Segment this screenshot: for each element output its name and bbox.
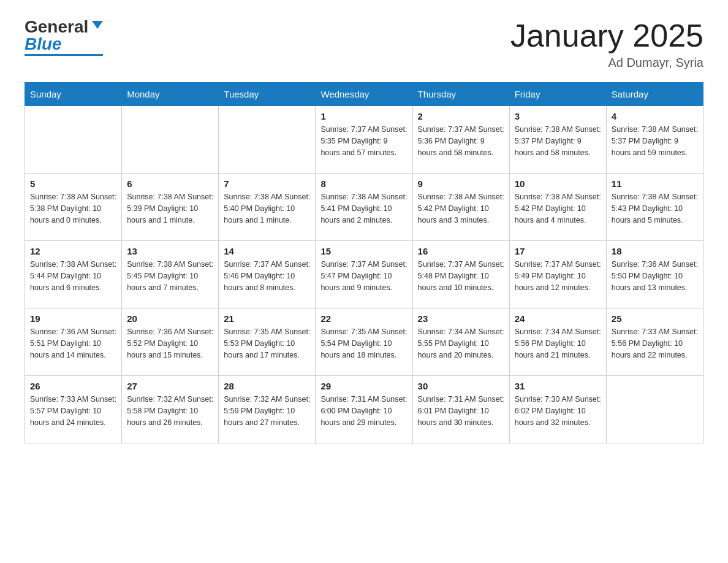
day-number: 28 bbox=[224, 381, 310, 391]
main-title: January 2025 bbox=[510, 18, 703, 53]
logo-triangle-icon bbox=[92, 21, 103, 29]
day-number: 9 bbox=[418, 178, 504, 189]
calendar-cell: 26Sunrise: 7:33 AM Sunset: 5:57 PM Dayli… bbox=[25, 376, 122, 443]
calendar-header-wednesday: Wednesday bbox=[316, 83, 412, 106]
day-info: Sunrise: 7:37 AM Sunset: 5:47 PM Dayligh… bbox=[320, 259, 407, 293]
calendar-header-saturday: Saturday bbox=[606, 83, 703, 106]
day-info: Sunrise: 7:36 AM Sunset: 5:52 PM Dayligh… bbox=[127, 326, 213, 361]
calendar-cell: 22Sunrise: 7:35 AM Sunset: 5:54 PM Dayli… bbox=[316, 308, 412, 376]
calendar-week-2: 5Sunrise: 7:38 AM Sunset: 5:38 PM Daylig… bbox=[25, 174, 703, 241]
calendar-cell bbox=[219, 106, 316, 174]
day-info: Sunrise: 7:32 AM Sunset: 5:59 PM Dayligh… bbox=[224, 394, 310, 428]
calendar-header-friday: Friday bbox=[509, 83, 606, 106]
day-number: 26 bbox=[30, 381, 116, 391]
day-number: 27 bbox=[127, 381, 213, 391]
day-number: 21 bbox=[224, 313, 310, 324]
calendar-week-5: 26Sunrise: 7:33 AM Sunset: 5:57 PM Dayli… bbox=[25, 376, 703, 443]
calendar-cell: 7Sunrise: 7:38 AM Sunset: 5:40 PM Daylig… bbox=[219, 174, 316, 241]
calendar-cell bbox=[122, 106, 219, 174]
day-number: 23 bbox=[418, 313, 504, 324]
calendar-cell: 25Sunrise: 7:33 AM Sunset: 5:56 PM Dayli… bbox=[606, 308, 703, 376]
day-info: Sunrise: 7:36 AM Sunset: 5:50 PM Dayligh… bbox=[612, 259, 698, 293]
day-info: Sunrise: 7:37 AM Sunset: 5:48 PM Dayligh… bbox=[418, 259, 504, 293]
day-number: 7 bbox=[224, 178, 310, 189]
calendar-cell: 20Sunrise: 7:36 AM Sunset: 5:52 PM Dayli… bbox=[122, 308, 219, 376]
calendar-cell: 5Sunrise: 7:38 AM Sunset: 5:38 PM Daylig… bbox=[25, 174, 122, 241]
calendar-cell: 16Sunrise: 7:37 AM Sunset: 5:48 PM Dayli… bbox=[412, 241, 509, 308]
day-number: 30 bbox=[418, 381, 504, 391]
day-info: Sunrise: 7:38 AM Sunset: 5:45 PM Dayligh… bbox=[127, 259, 213, 293]
day-info: Sunrise: 7:38 AM Sunset: 5:44 PM Dayligh… bbox=[30, 259, 116, 293]
calendar-cell bbox=[606, 376, 703, 443]
calendar-cell: 24Sunrise: 7:34 AM Sunset: 5:56 PM Dayli… bbox=[509, 308, 606, 376]
calendar-cell: 31Sunrise: 7:30 AM Sunset: 6:02 PM Dayli… bbox=[509, 376, 606, 443]
calendar-week-4: 19Sunrise: 7:36 AM Sunset: 5:51 PM Dayli… bbox=[25, 308, 703, 376]
day-number: 8 bbox=[320, 178, 407, 189]
day-info: Sunrise: 7:34 AM Sunset: 5:55 PM Dayligh… bbox=[418, 326, 504, 361]
day-number: 17 bbox=[515, 246, 601, 256]
calendar-cell: 8Sunrise: 7:38 AM Sunset: 5:41 PM Daylig… bbox=[316, 174, 412, 241]
calendar-cell: 18Sunrise: 7:36 AM Sunset: 5:50 PM Dayli… bbox=[606, 241, 703, 308]
page-header: General Blue January 2025 Ad Dumayr, Syr… bbox=[25, 18, 703, 70]
day-info: Sunrise: 7:37 AM Sunset: 5:46 PM Dayligh… bbox=[224, 259, 310, 293]
day-number: 15 bbox=[320, 246, 407, 256]
calendar-cell: 21Sunrise: 7:35 AM Sunset: 5:53 PM Dayli… bbox=[219, 308, 316, 376]
day-info: Sunrise: 7:33 AM Sunset: 5:56 PM Dayligh… bbox=[612, 326, 698, 361]
calendar-header-thursday: Thursday bbox=[412, 83, 509, 106]
calendar-week-3: 12Sunrise: 7:38 AM Sunset: 5:44 PM Dayli… bbox=[25, 241, 703, 308]
day-info: Sunrise: 7:33 AM Sunset: 5:57 PM Dayligh… bbox=[30, 394, 116, 428]
day-number: 20 bbox=[127, 313, 213, 324]
day-number: 16 bbox=[418, 246, 504, 256]
calendar-cell: 6Sunrise: 7:38 AM Sunset: 5:39 PM Daylig… bbox=[122, 174, 219, 241]
day-number: 5 bbox=[30, 178, 116, 189]
day-number: 19 bbox=[30, 313, 116, 324]
day-number: 10 bbox=[515, 178, 601, 189]
calendar-cell: 29Sunrise: 7:31 AM Sunset: 6:00 PM Dayli… bbox=[316, 376, 412, 443]
day-number: 3 bbox=[515, 111, 601, 121]
calendar-cell: 14Sunrise: 7:37 AM Sunset: 5:46 PM Dayli… bbox=[219, 241, 316, 308]
day-info: Sunrise: 7:38 AM Sunset: 5:38 PM Dayligh… bbox=[30, 191, 116, 226]
calendar-cell: 12Sunrise: 7:38 AM Sunset: 5:44 PM Dayli… bbox=[25, 241, 122, 308]
day-info: Sunrise: 7:37 AM Sunset: 5:49 PM Dayligh… bbox=[515, 259, 601, 293]
day-info: Sunrise: 7:32 AM Sunset: 5:58 PM Dayligh… bbox=[127, 394, 213, 428]
day-number: 1 bbox=[320, 111, 407, 121]
calendar-cell: 4Sunrise: 7:38 AM Sunset: 5:37 PM Daylig… bbox=[606, 106, 703, 174]
day-number: 31 bbox=[515, 381, 601, 391]
logo: General Blue bbox=[25, 18, 103, 56]
day-info: Sunrise: 7:31 AM Sunset: 6:01 PM Dayligh… bbox=[418, 394, 504, 428]
day-number: 22 bbox=[320, 313, 407, 324]
day-number: 14 bbox=[224, 246, 310, 256]
day-info: Sunrise: 7:37 AM Sunset: 5:36 PM Dayligh… bbox=[418, 124, 504, 158]
logo-text-black: General bbox=[25, 18, 88, 36]
calendar-cell: 1Sunrise: 7:37 AM Sunset: 5:35 PM Daylig… bbox=[316, 106, 412, 174]
calendar-cell: 30Sunrise: 7:31 AM Sunset: 6:01 PM Dayli… bbox=[412, 376, 509, 443]
calendar-week-1: 1Sunrise: 7:37 AM Sunset: 5:35 PM Daylig… bbox=[25, 106, 703, 174]
day-info: Sunrise: 7:38 AM Sunset: 5:37 PM Dayligh… bbox=[612, 124, 698, 158]
day-number: 2 bbox=[418, 111, 504, 121]
calendar-cell: 15Sunrise: 7:37 AM Sunset: 5:47 PM Dayli… bbox=[316, 241, 412, 308]
day-number: 18 bbox=[612, 246, 698, 256]
day-info: Sunrise: 7:38 AM Sunset: 5:42 PM Dayligh… bbox=[515, 191, 601, 226]
day-number: 11 bbox=[612, 178, 698, 189]
calendar-header-sunday: Sunday bbox=[25, 83, 122, 106]
day-info: Sunrise: 7:38 AM Sunset: 5:43 PM Dayligh… bbox=[612, 191, 698, 226]
calendar-cell bbox=[25, 106, 122, 174]
day-info: Sunrise: 7:35 AM Sunset: 5:54 PM Dayligh… bbox=[320, 326, 407, 361]
subtitle: Ad Dumayr, Syria bbox=[510, 56, 703, 70]
calendar-cell: 13Sunrise: 7:38 AM Sunset: 5:45 PM Dayli… bbox=[122, 241, 219, 308]
calendar-cell: 23Sunrise: 7:34 AM Sunset: 5:55 PM Dayli… bbox=[412, 308, 509, 376]
day-number: 24 bbox=[515, 313, 601, 324]
day-info: Sunrise: 7:36 AM Sunset: 5:51 PM Dayligh… bbox=[30, 326, 116, 361]
logo-underline bbox=[25, 54, 103, 56]
day-number: 29 bbox=[320, 381, 407, 391]
calendar-table: SundayMondayTuesdayWednesdayThursdayFrid… bbox=[25, 82, 703, 443]
day-info: Sunrise: 7:30 AM Sunset: 6:02 PM Dayligh… bbox=[515, 394, 601, 428]
calendar-cell: 17Sunrise: 7:37 AM Sunset: 5:49 PM Dayli… bbox=[509, 241, 606, 308]
calendar-cell: 2Sunrise: 7:37 AM Sunset: 5:36 PM Daylig… bbox=[412, 106, 509, 174]
calendar-cell: 9Sunrise: 7:38 AM Sunset: 5:42 PM Daylig… bbox=[412, 174, 509, 241]
calendar-cell: 27Sunrise: 7:32 AM Sunset: 5:58 PM Dayli… bbox=[122, 376, 219, 443]
logo-text-blue: Blue bbox=[25, 36, 62, 53]
day-info: Sunrise: 7:38 AM Sunset: 5:37 PM Dayligh… bbox=[515, 124, 601, 158]
day-info: Sunrise: 7:35 AM Sunset: 5:53 PM Dayligh… bbox=[224, 326, 310, 361]
day-number: 12 bbox=[30, 246, 116, 256]
